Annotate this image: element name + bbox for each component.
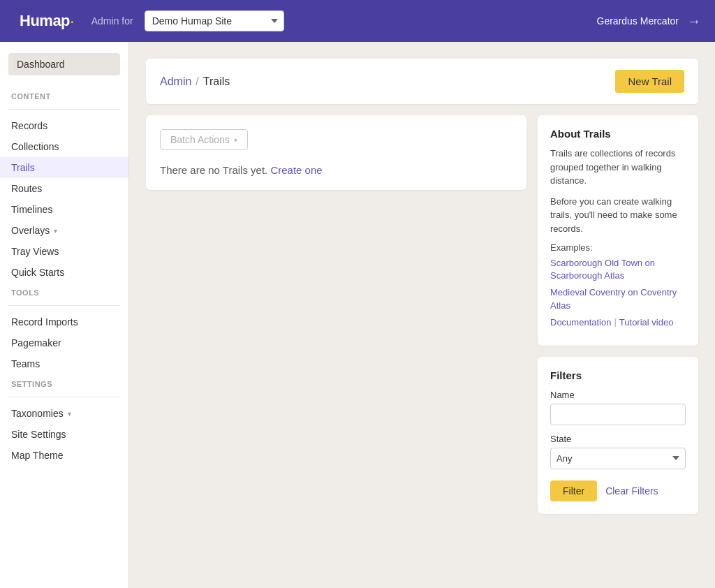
about-examples-label: Examples:: [550, 242, 686, 253]
about-card: About Trails Trails are collections of r…: [538, 115, 698, 346]
sidebar-item-site-settings[interactable]: Site Settings: [0, 424, 128, 445]
about-link-medieval[interactable]: Medieval Coventry on Coventry Atlas: [550, 286, 686, 311]
sidebar-item-routes[interactable]: Routes: [0, 178, 128, 199]
logo-dot: ·: [70, 11, 75, 31]
about-tutorial-link[interactable]: Tutorial video: [619, 316, 674, 329]
no-trails-message: There are no Trails yet. Create one: [160, 164, 513, 176]
sidebar-item-records[interactable]: Records: [0, 115, 128, 136]
no-trails-text: There are no Trails yet.: [160, 164, 267, 176]
filter-button[interactable]: Filter: [550, 480, 597, 501]
sidebar-tools-section: TOOLS: [0, 283, 128, 300]
name-filter-input[interactable]: [550, 404, 686, 425]
about-doc-row: Documentation | Tutorial video: [550, 316, 686, 329]
new-trail-button[interactable]: New Trail: [615, 70, 684, 93]
sidebar-item-taxonomies[interactable]: Taxonomies ▾: [0, 403, 128, 424]
header: Humap· Admin for Demo Humap Site Gerardu…: [0, 0, 715, 42]
logo-text: Humap: [20, 12, 70, 30]
sidebar: Dashboard CONTENT Records Collections Tr…: [0, 42, 129, 588]
filters-title: Filters: [550, 369, 686, 381]
header-left: Humap· Admin for Demo Humap Site: [14, 8, 284, 34]
admin-for-label: Admin for: [91, 15, 133, 27]
clear-filters-button[interactable]: Clear Filters: [605, 485, 658, 497]
filters-card: Filters Name State AnyActiveInactive Fil…: [538, 357, 698, 514]
site-select[interactable]: Demo Humap Site: [145, 10, 284, 31]
state-filter-select[interactable]: AnyActiveInactive: [550, 448, 686, 469]
page-header: Admin / Trails New Trail: [146, 59, 698, 104]
overlays-chevron-icon: ▾: [54, 227, 57, 235]
sidebar-item-tray-views[interactable]: Tray Views: [0, 241, 128, 262]
sidebar-item-timelines[interactable]: Timelines: [0, 199, 128, 220]
breadcrumb-separator: /: [196, 75, 198, 88]
taxonomies-chevron-icon: ▾: [68, 410, 71, 418]
trails-panel: Batch Actions ▾ There are no Trails yet.…: [146, 115, 526, 190]
sidebar-dashboard[interactable]: Dashboard: [8, 53, 120, 75]
sidebar-settings-section: SETTINGS: [0, 374, 128, 391]
sidebar-item-collections[interactable]: Collections: [0, 136, 128, 157]
logo: Humap·: [14, 8, 80, 34]
sidebar-item-record-imports[interactable]: Record Imports: [0, 311, 128, 332]
breadcrumb: Admin / Trails: [160, 75, 230, 88]
sidebar-item-teams[interactable]: Teams: [0, 353, 128, 374]
name-filter-label: Name: [550, 390, 686, 400]
sidebar-divider-3: [8, 397, 120, 397]
pipe-separator: |: [614, 316, 616, 329]
sidebar-item-trails[interactable]: Trails: [0, 157, 128, 178]
batch-actions-chevron-icon: ▾: [234, 136, 237, 144]
sidebar-divider-1: [8, 109, 120, 110]
create-one-link[interactable]: Create one: [270, 164, 322, 176]
right-column: About Trails Trails are collections of r…: [538, 115, 698, 514]
about-documentation-link[interactable]: Documentation: [550, 316, 611, 329]
about-note: Before you can create walking trails, yo…: [550, 195, 686, 236]
about-link-scarborough[interactable]: Scarborough Old Town on Scarborough Atla…: [550, 257, 686, 282]
batch-actions-button[interactable]: Batch Actions ▾: [160, 129, 248, 150]
filter-actions: Filter Clear Filters: [550, 480, 686, 501]
breadcrumb-current: Trails: [203, 75, 230, 88]
sidebar-item-map-theme[interactable]: Map Theme: [0, 445, 128, 466]
about-card-title: About Trails: [550, 128, 686, 140]
state-filter-label: State: [550, 434, 686, 444]
layout: Dashboard CONTENT Records Collections Tr…: [0, 42, 715, 588]
sidebar-content-section: CONTENT: [0, 87, 128, 103]
logout-icon[interactable]: →: [687, 13, 701, 29]
sidebar-divider-2: [8, 305, 120, 306]
about-description: Trails are collections of records groupe…: [550, 147, 686, 188]
user-name: Gerardus Mercator: [597, 15, 679, 27]
sidebar-item-overlays[interactable]: Overlays ▾: [0, 220, 128, 241]
content-row: Batch Actions ▾ There are no Trails yet.…: [146, 115, 698, 514]
batch-actions-label: Batch Actions: [170, 134, 230, 145]
sidebar-item-quick-starts[interactable]: Quick Starts: [0, 262, 128, 283]
sidebar-item-pagemaker[interactable]: Pagemaker: [0, 332, 128, 353]
main-content: Admin / Trails New Trail Batch Actions ▾…: [129, 42, 715, 588]
header-right: Gerardus Mercator →: [597, 13, 701, 29]
breadcrumb-admin-link[interactable]: Admin: [160, 75, 191, 88]
